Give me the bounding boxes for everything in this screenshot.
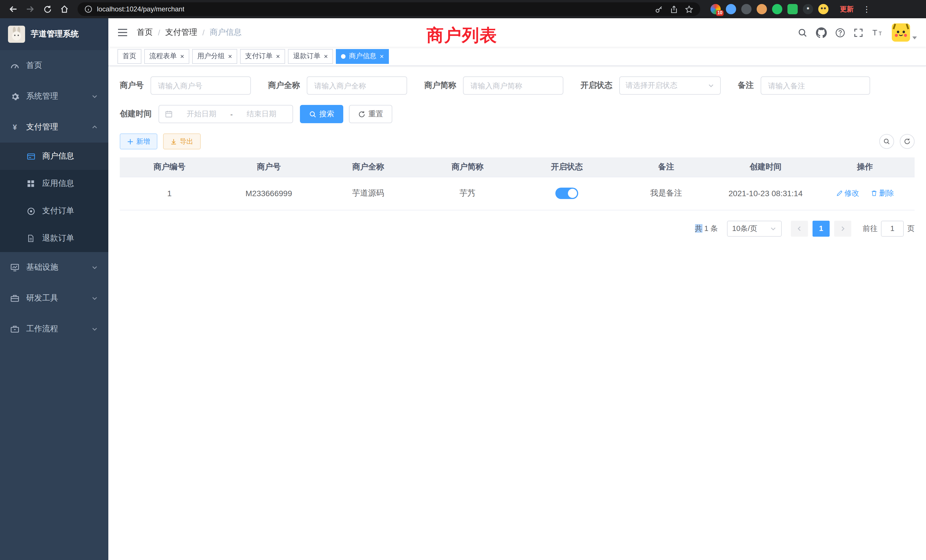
merchant-no-input[interactable]	[151, 76, 251, 95]
refresh-table-icon[interactable]	[900, 134, 915, 149]
sidebar-item-infrastructure[interactable]: 基础设施	[0, 252, 108, 283]
add-button-label: 新增	[136, 136, 150, 146]
sidebar-subitem-refund-order[interactable]: 退款订单	[0, 225, 108, 252]
short-name-label: 商户简称	[424, 80, 456, 91]
share-icon[interactable]	[670, 5, 678, 14]
font-size-icon[interactable]: TT	[872, 28, 883, 37]
extension-dark-icon[interactable]	[741, 4, 752, 14]
edit-link[interactable]: 修改	[836, 188, 859, 198]
sidebar-subitem-pay-order[interactable]: 支付订单	[0, 197, 108, 225]
address-bar[interactable]: localhost:1024/pay/merchant	[77, 2, 700, 16]
extension-drop-icon[interactable]	[726, 4, 736, 14]
github-icon[interactable]	[816, 27, 827, 38]
home-icon[interactable]	[57, 2, 72, 17]
tab-close-icon[interactable]: ×	[276, 53, 280, 60]
chevron-down-icon	[770, 225, 776, 232]
sidebar-item-label: 工作流程	[26, 324, 58, 334]
chevron-down-icon	[91, 295, 98, 302]
remark-input[interactable]	[761, 76, 870, 95]
date-range-picker[interactable]: 开始日期 - 结束日期	[159, 105, 293, 123]
full-name-input[interactable]	[307, 76, 407, 95]
extension-notebook-icon[interactable]	[787, 4, 798, 14]
sidebar-item-devtools[interactable]: 研发工具	[0, 283, 108, 314]
table-row: 1 M233666999 芋道源码 芋艿 我是备注 2021-10-23 08:…	[120, 177, 915, 210]
tab-close-icon[interactable]: ×	[324, 53, 328, 60]
status-toggle[interactable]	[555, 188, 578, 199]
short-name-input[interactable]	[463, 76, 563, 95]
page-size-value: 10条/页	[732, 223, 757, 233]
status-select[interactable]: 请选择开启状态	[619, 76, 721, 95]
total-prefix: 共	[695, 224, 702, 232]
sidebar-subitem-app-info[interactable]: 应用信息	[0, 170, 108, 197]
bookmark-star-icon[interactable]	[685, 5, 693, 14]
extension-pinwheel-icon[interactable]: *	[803, 4, 813, 14]
tab-merchant-info[interactable]: 商户信息 ×	[336, 49, 389, 64]
date-end-placeholder: 结束日期	[236, 109, 287, 119]
tab-label: 商户信息	[349, 51, 376, 61]
sidebar-item-label: 研发工具	[26, 293, 58, 303]
site-info-icon[interactable]	[85, 5, 92, 13]
pagination: 共 1 条 10条/页 1 前	[120, 220, 915, 236]
gear-icon	[10, 92, 20, 101]
tab-pay-order[interactable]: 支付订单 ×	[240, 49, 285, 64]
tab-user-group[interactable]: 用户分组 ×	[192, 49, 237, 64]
extensions-cluster: 10 *	[706, 4, 833, 14]
filter-row-2: 创建时间 开始日期 - 结束日期 搜索 重置	[120, 105, 915, 123]
cell-full-name: 芋道源码	[318, 177, 418, 210]
cell-create-time: 2021-10-23 08:31:14	[716, 177, 816, 210]
extension-smiley-icon[interactable]	[818, 4, 829, 14]
sidebar-item-payment[interactable]: ¥ 支付管理	[0, 112, 108, 142]
user-menu[interactable]	[892, 23, 917, 42]
password-key-icon[interactable]	[655, 5, 663, 14]
pagination-total: 共 1 条	[695, 223, 718, 233]
col-actions: 操作	[816, 157, 915, 177]
cell-short-name: 芋艿	[418, 177, 517, 210]
tab-refund-order[interactable]: 退款订单 ×	[288, 49, 333, 64]
forward-icon[interactable]	[23, 2, 38, 17]
payment-submenu: 商户信息 应用信息 支付订单	[0, 142, 108, 252]
add-button[interactable]: 新增	[120, 133, 157, 150]
sidebar-item-workflow[interactable]: 工作流程	[0, 314, 108, 344]
delete-link[interactable]: 删除	[871, 188, 894, 198]
extension-colorful-icon[interactable]: 10	[710, 4, 721, 14]
breadcrumb-home[interactable]: 首页	[137, 27, 153, 38]
page-1-button[interactable]: 1	[813, 220, 830, 236]
tab-close-icon[interactable]: ×	[228, 53, 232, 60]
workflow-case-icon	[10, 324, 20, 334]
next-page-button[interactable]	[834, 220, 851, 236]
tab-label: 支付订单	[245, 51, 272, 61]
tab-process-form[interactable]: 流程表单 ×	[144, 49, 189, 64]
hamburger-icon[interactable]	[118, 28, 128, 37]
extension-green-circle-icon[interactable]	[772, 4, 782, 14]
sidebar-subitem-label: 应用信息	[42, 179, 74, 189]
goto-page-input[interactable]	[881, 220, 904, 236]
sidebar-item-system[interactable]: 系统管理	[0, 81, 108, 112]
help-icon[interactable]	[835, 28, 845, 37]
back-icon[interactable]	[6, 2, 21, 17]
export-button[interactable]: 导出	[163, 133, 201, 150]
user-avatar[interactable]	[892, 23, 910, 42]
page-size-select[interactable]: 10条/页	[727, 220, 782, 236]
refresh-icon[interactable]	[40, 2, 55, 17]
reset-button[interactable]: 重置	[349, 105, 392, 123]
fullscreen-icon[interactable]	[853, 28, 863, 37]
extension-avatar-icon[interactable]	[757, 4, 767, 14]
sidebar-item-home[interactable]: 首页	[0, 50, 108, 81]
sidebar-subitem-merchant-info[interactable]: 商户信息	[0, 142, 108, 170]
chevron-down-icon	[91, 325, 98, 333]
prev-page-button[interactable]	[791, 220, 808, 236]
tab-home[interactable]: 首页	[118, 49, 141, 64]
search-icon[interactable]	[798, 28, 807, 37]
browser-update-button[interactable]: 更新	[835, 4, 858, 14]
tab-close-icon[interactable]: ×	[380, 53, 384, 60]
tab-close-icon[interactable]: ×	[180, 53, 184, 60]
browser-menu-icon[interactable]: ⋮	[861, 5, 873, 14]
search-button[interactable]: 搜索	[300, 105, 343, 123]
sidebar-item-label: 支付管理	[26, 122, 58, 132]
cell-remark: 我是备注	[617, 177, 716, 210]
caret-down-icon	[912, 36, 917, 39]
merchant-list-page: 商户号 商户全称 商户简称 开启状态 请选择开启状态	[108, 66, 926, 560]
extension-badge: 10	[716, 10, 723, 16]
breadcrumb-payment[interactable]: 支付管理	[165, 27, 197, 38]
toggle-search-icon[interactable]	[879, 134, 894, 149]
